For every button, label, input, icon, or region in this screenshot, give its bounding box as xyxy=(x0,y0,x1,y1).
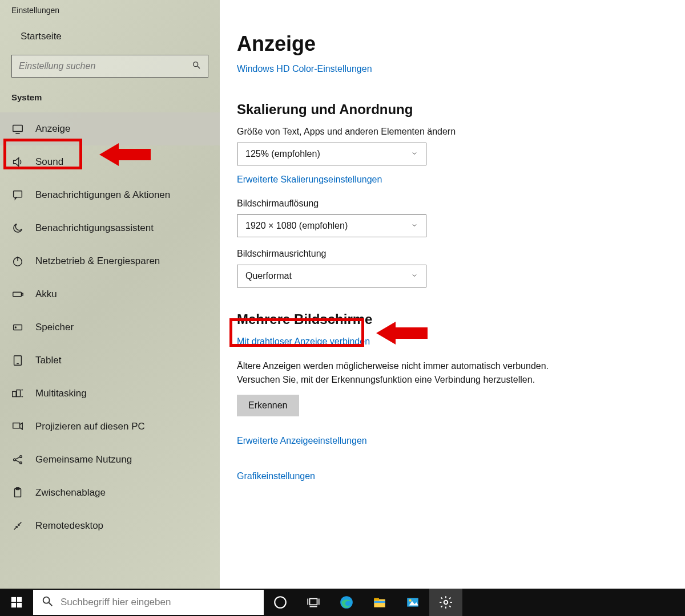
resolution-value: 1920 × 1080 (empfohlen) xyxy=(245,221,348,231)
search-icon xyxy=(192,60,201,72)
taskbar-search[interactable] xyxy=(33,590,264,615)
sidebar-item-label: Tablet xyxy=(35,355,61,366)
sidebar-item-anzeige[interactable]: Anzeige xyxy=(0,112,220,145)
notifications-icon xyxy=(11,189,24,201)
scale-dropdown[interactable]: 125% (empfohlen) xyxy=(237,143,426,165)
window-title: Einstellungen xyxy=(0,0,220,23)
wireless-link[interactable]: Mit drahtloser Anzeige verbinden xyxy=(237,337,370,347)
svg-rect-17 xyxy=(13,423,20,428)
sidebar-item-projizieren[interactable]: Projizieren auf diesen PC xyxy=(0,410,220,443)
svg-line-21 xyxy=(15,457,19,459)
sidebar-item-label: Sound xyxy=(35,156,63,168)
multi-heading: Mehrere Bildschirme xyxy=(237,311,662,327)
svg-point-19 xyxy=(20,456,22,458)
resolution-dropdown[interactable]: 1920 × 1080 (empfohlen) xyxy=(237,214,426,237)
orientation-dropdown[interactable]: Querformat xyxy=(237,265,426,287)
sidebar-item-akku[interactable]: Akku xyxy=(0,278,220,311)
svg-rect-40 xyxy=(374,598,379,600)
svg-point-18 xyxy=(14,459,16,461)
scaling-heading: Skalierung und Anordnung xyxy=(237,102,662,117)
clipboard-icon xyxy=(11,487,24,499)
svg-line-25 xyxy=(14,526,17,530)
orientation-value: Querformat xyxy=(245,271,292,281)
app-root: Einstellungen Startseite System Anzeige xyxy=(0,0,685,616)
sidebar-home-label: Startseite xyxy=(21,31,62,42)
sidebar-item-tablet[interactable]: Tablet xyxy=(0,344,220,377)
svg-rect-30 xyxy=(17,603,22,607)
start-button[interactable] xyxy=(0,589,33,616)
scale-label: Größe von Text, Apps und anderen Element… xyxy=(237,127,662,137)
resolution-label: Bildschirmauflösung xyxy=(237,198,662,209)
main-content: Anzeige Windows HD Color-Einstellungen S… xyxy=(220,0,685,589)
sidebar-item-gemeinsame-nutzung[interactable]: Gemeinsame Nutzung xyxy=(0,443,220,476)
sidebar-item-label: Multitasking xyxy=(35,388,87,399)
multitask-icon xyxy=(11,387,24,400)
svg-point-20 xyxy=(20,462,22,464)
sidebar-item-label: Projizieren auf diesen PC xyxy=(35,421,145,432)
older-displays-text: Ältere Anzeigen werden möglicherweise ni… xyxy=(237,359,557,387)
svg-line-1 xyxy=(198,66,200,68)
taskbar-photos[interactable] xyxy=(396,589,429,616)
sidebar-item-label: Benachrichtigungen & Aktionen xyxy=(35,189,170,201)
power-icon xyxy=(11,255,24,268)
sidebar-item-benachrichtigungsassistent[interactable]: Benachrichtigungsassistent xyxy=(0,212,220,245)
remote-icon xyxy=(11,520,24,532)
page-title: Anzeige xyxy=(237,32,662,56)
svg-rect-7 xyxy=(13,292,22,296)
detect-button[interactable]: Erkennen xyxy=(237,395,299,416)
search-box[interactable] xyxy=(11,55,208,78)
sidebar-item-sound[interactable]: Sound xyxy=(0,145,220,179)
sidebar-item-speicher[interactable]: Speicher xyxy=(0,311,220,344)
svg-point-0 xyxy=(194,62,198,67)
taskbar-settings[interactable] xyxy=(429,589,462,616)
graphics-link[interactable]: Grafikeinstellungen xyxy=(237,471,662,481)
svg-point-44 xyxy=(409,599,412,602)
taskbar-explorer[interactable] xyxy=(363,589,396,616)
taskbar-taskview[interactable] xyxy=(297,589,330,616)
share-icon xyxy=(11,453,24,466)
sound-icon xyxy=(11,156,24,168)
sidebar-item-remotedesktop[interactable]: Remotedesktop xyxy=(0,509,220,542)
svg-point-10 xyxy=(15,327,16,328)
svg-line-26 xyxy=(18,522,21,526)
sidebar-item-label: Akku xyxy=(35,289,57,300)
search-icon xyxy=(41,595,54,610)
svg-rect-34 xyxy=(310,599,317,605)
sidebar-item-multitasking[interactable]: Multitasking xyxy=(0,377,220,410)
taskbar-search-input[interactable] xyxy=(61,597,256,608)
sidebar-item-netzbetrieb[interactable]: Netzbetrieb & Energiesparen xyxy=(0,245,220,278)
battery-icon xyxy=(11,288,24,301)
taskbar-cortana[interactable] xyxy=(264,589,297,616)
hd-color-link[interactable]: Windows HD Color-Einstellungen xyxy=(237,64,372,74)
project-icon xyxy=(11,420,24,433)
sidebar-item-zwischenablage[interactable]: Zwischenablage xyxy=(0,476,220,509)
sidebar-item-label: Remotedesktop xyxy=(35,520,103,532)
chevron-down-icon xyxy=(411,149,418,159)
svg-rect-29 xyxy=(11,603,16,607)
svg-rect-8 xyxy=(22,293,23,295)
sidebar-home[interactable]: Startseite xyxy=(0,23,220,52)
search-input[interactable] xyxy=(19,61,192,71)
taskbar-edge[interactable] xyxy=(330,589,363,616)
storage-icon xyxy=(11,321,24,334)
svg-rect-41 xyxy=(374,601,385,603)
sidebar-item-label: Zwischenablage xyxy=(35,487,106,499)
advanced-display-link[interactable]: Erweiterte Anzeigeeinstellungen xyxy=(237,436,662,446)
chevron-down-icon xyxy=(411,221,418,231)
taskbar xyxy=(0,589,685,616)
sidebar-item-benachrichtigungen[interactable]: Benachrichtigungen & Aktionen xyxy=(0,179,220,212)
sidebar-item-label: Anzeige xyxy=(35,123,70,135)
orientation-label: Bildschirmausrichtung xyxy=(237,249,662,259)
sidebar-nav: Anzeige Sound Benachrichtigungen & Aktio… xyxy=(0,112,220,542)
main-inner: Anzeige Windows HD Color-Einstellungen S… xyxy=(220,0,685,501)
svg-rect-4 xyxy=(14,191,22,197)
svg-rect-2 xyxy=(13,125,23,132)
svg-point-33 xyxy=(275,597,286,608)
sidebar: Einstellungen Startseite System Anzeige xyxy=(0,0,220,589)
svg-rect-14 xyxy=(17,390,20,397)
advanced-scaling-link[interactable]: Erweiterte Skalierungseinstellungen xyxy=(237,175,382,185)
sidebar-item-label: Speicher xyxy=(35,322,74,333)
svg-point-31 xyxy=(43,597,50,603)
svg-rect-27 xyxy=(11,597,16,602)
svg-point-45 xyxy=(444,601,448,605)
